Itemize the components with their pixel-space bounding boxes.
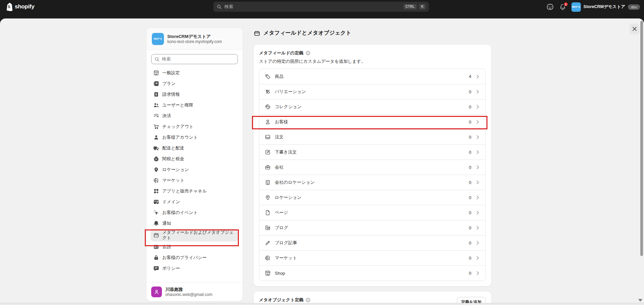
metafield-row-company-locations[interactable]: 会社のロケーション 0 (259, 175, 485, 190)
payments-icon (153, 113, 159, 119)
card-title: メタフィールドの定義 (259, 50, 303, 56)
topbar: S shopify 検索 CTRL K 1 RMデモ (0, 0, 644, 18)
settings-nav: 一般設定 プラン $ 請求情報 ユーザーと権限 決済 (146, 65, 243, 274)
dev-badge: dev (628, 4, 640, 10)
sidebar-item-taxes[interactable]: 関税と税金 (151, 154, 239, 164)
card-title: メタオブジェクト定義 (259, 297, 303, 303)
metafield-row-products[interactable]: 商品 4 (259, 69, 485, 84)
sidebar-item-plan[interactable]: プラン (151, 78, 239, 89)
chevron-right-icon (475, 241, 480, 245)
sidebar-item-billing[interactable]: $ 請求情報 (151, 89, 239, 100)
markets-globe-icon: $ (265, 255, 271, 261)
store-name: StoreCRMデモストア (584, 4, 625, 10)
sidebar-item-privacy[interactable]: お客様のプライバシー (151, 252, 239, 263)
row-count: 0 (467, 256, 471, 261)
search-placeholder: 検索 (224, 4, 401, 10)
metafield-row-draft-orders[interactable]: 下書き注文 0 (259, 144, 485, 160)
cursor-sparkle-icon (153, 210, 159, 216)
page-title: メタフィールドとメタオブジェクト (254, 30, 351, 37)
sidebar-item-users[interactable]: ユーザーと権限 (151, 100, 239, 111)
chevron-right-icon (475, 225, 480, 230)
cart-icon (153, 124, 159, 130)
sidekick-button[interactable] (546, 3, 554, 11)
metafield-row-shop[interactable]: Shop 0 (259, 265, 485, 280)
row-count: 0 (467, 180, 471, 185)
markets-globe-icon: $ (153, 177, 159, 183)
truck-icon (153, 145, 159, 151)
vertical-scrollbar-thumb[interactable] (640, 21, 643, 256)
store-name: StoreCRMデモストア (167, 34, 222, 39)
shopify-bag-icon: S (5, 2, 13, 11)
metafield-row-variants[interactable]: バリエーション 0 (259, 84, 485, 99)
row-count: 0 (467, 225, 471, 230)
chevron-right-icon (475, 135, 480, 139)
sidebar-item-shipping[interactable]: 配送と配達 (151, 143, 239, 154)
metafield-row-blog-posts[interactable]: ブログ記事 0 (259, 235, 485, 250)
sidebar-item-metafields[interactable]: メタフィールドおよびメタオブジェクト (151, 229, 239, 242)
metafield-row-locations[interactable]: ロケーション 0 (259, 190, 485, 205)
shortcut-ctrl-key: CTRL (403, 4, 417, 9)
settings-modal: RMデモ StoreCRMデモストア kono-test-store.mysho… (0, 18, 644, 305)
topbar-right-group: 1 RMデモ StoreCRMデモストア dev (546, 0, 640, 14)
row-count: 0 (467, 135, 471, 140)
search-icon (217, 4, 222, 9)
chevron-right-icon (475, 150, 480, 155)
billing-icon: $ (153, 91, 159, 97)
store-avatar: RMデモ (571, 2, 581, 12)
sidebar-item-customer-events[interactable]: お客様のイベント (151, 207, 239, 218)
apps-grid-icon (153, 188, 159, 194)
metafields-icon (153, 232, 159, 238)
chevron-right-icon (475, 165, 480, 170)
settings-search-input[interactable]: 検索 (151, 54, 238, 64)
sidebar-item-domains[interactable]: ドメイン (151, 197, 239, 207)
row-count: 0 (467, 195, 471, 200)
chevron-right-icon (475, 120, 480, 124)
metafield-row-customers[interactable]: お客様 0 (259, 114, 485, 129)
sidekick-icon (546, 3, 554, 11)
chevron-right-icon (475, 89, 480, 94)
person-icon (265, 119, 271, 125)
metafield-row-pages[interactable]: ページ 0 (259, 205, 485, 220)
horizontal-scrollbar-track[interactable] (0, 303, 644, 305)
scroll-down-arrow-icon[interactable] (638, 299, 642, 302)
shopify-logo[interactable]: S shopify (5, 2, 34, 11)
row-count: 0 (467, 89, 471, 94)
sidebar-item-locations[interactable]: ロケーション (151, 164, 239, 175)
sidebar-item-policies[interactable]: ポリシー (151, 263, 239, 274)
sidebar-item-customer-accounts[interactable]: お客様アカウント (151, 132, 239, 143)
svg-text:$: $ (157, 180, 159, 183)
sidebar-item-markets[interactable]: $ マーケット (151, 175, 239, 186)
global-search-input[interactable]: 検索 CTRL K (213, 2, 429, 12)
person-icon (153, 134, 159, 140)
shopify-settings-screen: S shopify 検索 CTRL K 1 RMデモ (0, 0, 644, 305)
sidebar-item-apps[interactable]: アプリと販売チャネル (151, 186, 239, 197)
notifications-button[interactable]: 1 (559, 3, 566, 10)
notification-count-badge: 1 (563, 2, 568, 7)
sidebar-item-languages[interactable]: A文 言語 (151, 242, 239, 252)
metafield-row-companies[interactable]: 会社 0 (259, 160, 485, 175)
users-icon (153, 102, 159, 108)
store-menu[interactable]: RMデモ StoreCRMデモストア dev (571, 2, 640, 12)
store-domain: kono-test-store.myshopify.com (167, 39, 222, 44)
metafield-row-markets[interactable]: $ マーケット 0 (259, 250, 485, 265)
sidebar-item-general[interactable]: 一般設定 (151, 68, 239, 78)
chevron-right-icon (475, 180, 480, 185)
metafield-row-collections[interactable]: コレクション 0 (259, 99, 485, 114)
draft-order-icon (265, 149, 271, 155)
sidebar-item-notifications[interactable]: 通知 (151, 218, 239, 229)
close-button[interactable] (630, 24, 640, 34)
metafield-row-blogs[interactable]: ブログ 0 (259, 220, 485, 235)
close-icon (632, 27, 637, 31)
taxes-icon (153, 156, 159, 162)
sidebar-item-payments[interactable]: 決済 (151, 111, 239, 121)
sidebar-item-checkout[interactable]: チェックアウト (151, 121, 239, 132)
chevron-right-icon (475, 195, 480, 200)
pencil-icon (265, 240, 271, 246)
user-avatar (151, 287, 162, 297)
plan-icon (153, 81, 159, 87)
row-count: 0 (467, 241, 471, 246)
sidebar-user-footer[interactable]: 川添彪雅 ohasonic.web@gmail.com (146, 282, 243, 301)
metafields-icon (254, 30, 260, 37)
collections-tags-icon (265, 104, 271, 110)
metafield-row-orders[interactable]: 注文 0 (259, 129, 485, 144)
